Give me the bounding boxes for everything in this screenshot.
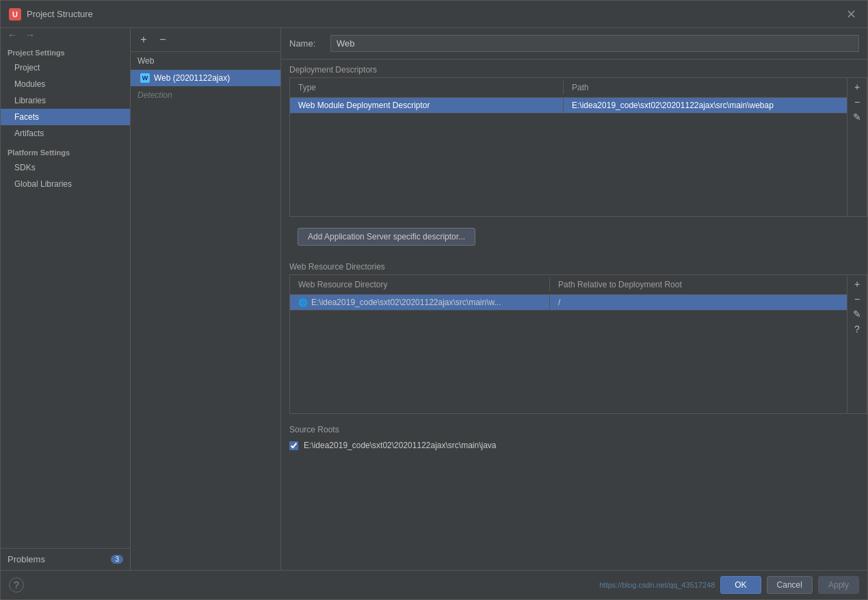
wr-cell-dir: 🌐 E:\idea2019_code\sxt02\20201122ajax\sr… bbox=[290, 295, 550, 310]
add-facet-button[interactable]: + bbox=[136, 32, 151, 47]
type-column-header: Type bbox=[290, 81, 564, 94]
deployment-remove-button[interactable]: − bbox=[850, 95, 864, 109]
sidebar-item-sdks[interactable]: SDKs bbox=[1, 159, 130, 176]
sidebar-item-artifacts[interactable]: Artifacts bbox=[1, 125, 130, 142]
source-roots-title: Source Roots bbox=[281, 419, 867, 437]
name-input[interactable] bbox=[330, 35, 859, 52]
wr-edit-button[interactable]: ✎ bbox=[850, 307, 864, 321]
wr-add-button[interactable]: + bbox=[850, 277, 864, 291]
nav-buttons: ← → bbox=[5, 28, 130, 42]
platform-settings-label: Platform Settings bbox=[1, 142, 130, 159]
cancel-button[interactable]: Cancel bbox=[767, 576, 813, 594]
table-cell-path: E:\idea2019_code\sxt02\20201122ajax\src\… bbox=[564, 98, 847, 113]
web-facet-icon: W bbox=[140, 73, 150, 83]
web-section-label: Web bbox=[131, 52, 280, 70]
name-row: Name: bbox=[281, 28, 867, 60]
url-hint: https://blog.csdn.net/qq_43517248 bbox=[599, 581, 715, 589]
remove-facet-button[interactable]: − bbox=[155, 32, 170, 47]
source-root-path: E:\idea2019_code\sxt02\20201122ajax\src\… bbox=[304, 441, 497, 450]
sidebar: ← → Project Settings Project Modules Lib… bbox=[1, 28, 131, 570]
problems-label: Problems bbox=[8, 554, 45, 564]
nav-back-button[interactable]: ← bbox=[5, 28, 20, 42]
table-cell-type: Web Module Deployment Descriptor bbox=[290, 98, 564, 113]
web-item-label: Web (20201122ajax) bbox=[154, 73, 230, 83]
deployment-add-button[interactable]: + bbox=[850, 80, 864, 94]
wr-col1-header: Web Resource Directory bbox=[290, 278, 550, 291]
deployment-side-buttons: + − ✎ bbox=[847, 78, 867, 216]
sidebar-item-modules[interactable]: Modules bbox=[1, 76, 130, 92]
help-button[interactable]: ? bbox=[9, 577, 24, 592]
wr-empty-area bbox=[290, 311, 847, 413]
middle-toolbar: + − bbox=[131, 28, 280, 52]
wr-help-button[interactable]: ? bbox=[850, 322, 864, 336]
apply-button[interactable]: Apply bbox=[818, 576, 859, 594]
source-root-checkbox[interactable] bbox=[289, 441, 298, 450]
close-button[interactable]: ✕ bbox=[843, 6, 859, 23]
wr-side-buttons: + − ✎ ? bbox=[847, 275, 867, 413]
deployment-table: Type Path Web Module Deployment Descript… bbox=[289, 77, 867, 217]
web-resource-table: Web Resource Directory Path Relative to … bbox=[289, 274, 867, 414]
ok-button[interactable]: OK bbox=[720, 576, 761, 594]
folder-icon: 🌐 bbox=[298, 298, 308, 307]
app-icon: U bbox=[9, 8, 21, 21]
bottom-bar: ? https://blog.csdn.net/qq_43517248 OK C… bbox=[1, 570, 867, 599]
right-panel: Name: Deployment Descriptors Type Path W… bbox=[281, 28, 867, 570]
problems-item[interactable]: Problems 3 bbox=[1, 548, 130, 570]
path-column-header: Path bbox=[564, 81, 847, 94]
deployment-edit-button[interactable]: ✎ bbox=[850, 110, 864, 124]
wr-row[interactable]: 🌐 E:\idea2019_code\sxt02\20201122ajax\sr… bbox=[290, 295, 847, 311]
add-descriptor-button[interactable]: Add Application Server specific descript… bbox=[298, 228, 475, 246]
name-label: Name: bbox=[289, 38, 324, 49]
add-descriptor-container: Add Application Server specific descript… bbox=[289, 222, 859, 251]
source-root-row: E:\idea2019_code\sxt02\20201122ajax\src\… bbox=[281, 437, 867, 454]
project-structure-dialog: U Project Structure ✕ ← → Project Settin… bbox=[0, 0, 868, 600]
content-area: ← → Project Settings Project Modules Lib… bbox=[1, 28, 867, 570]
wr-remove-button[interactable]: − bbox=[850, 292, 864, 306]
sidebar-item-facets[interactable]: Facets bbox=[1, 109, 130, 125]
deployment-table-inner: Type Path Web Module Deployment Descript… bbox=[290, 78, 847, 216]
detection-label: Detection bbox=[131, 86, 280, 104]
project-settings-label: Project Settings bbox=[1, 42, 130, 60]
sidebar-item-project[interactable]: Project bbox=[1, 60, 130, 76]
wr-header: Web Resource Directory Path Relative to … bbox=[290, 275, 847, 295]
source-roots-section: Source Roots E:\idea2019_code\sxt02\2020… bbox=[281, 419, 867, 454]
deployment-descriptors-title: Deployment Descriptors bbox=[281, 60, 867, 77]
sidebar-item-global-libraries[interactable]: Global Libraries bbox=[1, 176, 130, 192]
title-bar: U Project Structure ✕ bbox=[1, 1, 867, 28]
problems-badge: 3 bbox=[111, 555, 123, 564]
wr-table-inner: Web Resource Directory Path Relative to … bbox=[290, 275, 847, 413]
deployment-table-empty bbox=[290, 114, 847, 216]
nav-forward-button[interactable]: → bbox=[23, 28, 38, 42]
middle-item-web[interactable]: W Web (20201122ajax) bbox=[131, 70, 280, 86]
middle-panel: + − Web W Web (20201122ajax) Detection bbox=[131, 28, 281, 570]
dialog-title: Project Structure bbox=[27, 9, 843, 19]
deployment-table-header: Type Path bbox=[290, 78, 847, 98]
web-resource-title: Web Resource Directories bbox=[281, 257, 867, 274]
table-row[interactable]: Web Module Deployment Descriptor E:\idea… bbox=[290, 98, 847, 114]
sidebar-item-libraries[interactable]: Libraries bbox=[1, 92, 130, 109]
wr-cell-path: / bbox=[550, 295, 847, 310]
right-scroll-area: Deployment Descriptors Type Path Web Mod… bbox=[281, 60, 867, 570]
wr-col2-header: Path Relative to Deployment Root bbox=[550, 278, 847, 291]
